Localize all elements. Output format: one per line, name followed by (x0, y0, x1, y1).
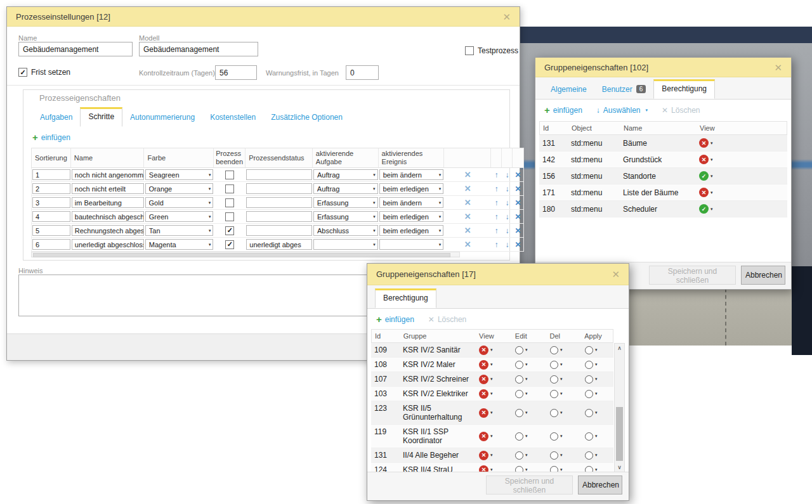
del-permission-dropdown[interactable]: ▾ (547, 359, 582, 370)
einfuegen-button[interactable]: +einfügen (376, 314, 414, 324)
del-permission-dropdown[interactable]: ▾ (547, 374, 582, 385)
tab-schritte[interactable]: Schritte (80, 107, 122, 127)
view-permission-dropdown[interactable]: ✕▾ (696, 186, 785, 198)
view-permission-dropdown[interactable]: ✕▾ (476, 373, 512, 385)
aufgabe-dropdown[interactable]: ▾ (313, 239, 378, 250)
delete-row-icon[interactable]: ✕ (514, 198, 521, 207)
header-del[interactable]: Del (547, 330, 582, 342)
tab-kostenstellen[interactable]: Kostenstellen (202, 108, 263, 127)
scrollbar-thumb[interactable] (616, 407, 623, 461)
name-cell[interactable]: bautechnisch abgeschlo (72, 211, 144, 222)
farbe-dropdown[interactable]: Green▾ (145, 211, 214, 222)
farbe-dropdown[interactable]: Seagreen▾ (145, 169, 214, 180)
ereignis-dropdown[interactable]: beim erledigen▾ (379, 225, 444, 236)
apply-permission-dropdown[interactable]: ▾ (582, 389, 613, 399)
prozessendstatus-cell[interactable] (246, 225, 312, 236)
header-sortierung[interactable]: Sortierung (32, 148, 71, 167)
edit-permission-dropdown[interactable]: ▾ (512, 431, 547, 442)
apply-permission-dropdown[interactable]: ▾ (582, 450, 613, 461)
cancel-button[interactable]: Abbrechen (578, 475, 622, 494)
clear-row-icon[interactable]: ✕ (464, 226, 471, 235)
header-view[interactable]: View (476, 330, 512, 342)
testprozess-checkbox[interactable] (465, 46, 474, 55)
ereignis-dropdown[interactable]: beim erledigen▾ (379, 211, 444, 222)
prozess-beenden-checkbox[interactable]: ✓ (225, 240, 234, 249)
clear-row-icon[interactable]: ✕ (464, 170, 471, 179)
header-edit[interactable]: Edit (512, 330, 547, 342)
ereignis-dropdown[interactable]: beim ändern▾ (379, 197, 444, 208)
delete-row-icon[interactable]: ✕ (514, 226, 521, 235)
farbe-dropdown[interactable]: Orange▾ (145, 183, 214, 194)
tab-aufgaben[interactable]: Aufgaben (32, 108, 80, 127)
table-row[interactable]: 119 KSR II/1 SSP Koordinator ✕▾ ▾ ▾ ▾ (371, 425, 613, 448)
window-titlebar[interactable]: Prozesseinstellungen [12] ✕ (7, 7, 520, 27)
sortierung-cell[interactable]: 3 (32, 197, 70, 208)
move-up-icon[interactable]: ↑ (495, 198, 499, 207)
header-name[interactable]: Name (71, 148, 145, 167)
aufgabe-dropdown[interactable]: Auftrag▾ (313, 169, 378, 180)
frist-checkbox-row[interactable]: ✓ Frist setzen (18, 68, 70, 77)
edit-permission-dropdown[interactable]: ▾ (512, 450, 547, 461)
clear-row-icon[interactable]: ✕ (464, 198, 471, 207)
horizontal-scrollbar[interactable] (31, 252, 460, 257)
save-and-close-button[interactable]: Speichern und schließen (649, 266, 736, 285)
table-row[interactable]: 123 KSR II/5 Grünunterhaltung ✕▾ ▾ ▾ ▾ (371, 401, 613, 425)
edit-permission-dropdown[interactable]: ▾ (512, 408, 547, 418)
view-permission-dropdown[interactable]: ✕▾ (476, 407, 512, 419)
move-up-icon[interactable]: ↑ (495, 184, 499, 193)
prozess-beenden-checkbox[interactable] (225, 212, 234, 221)
vertical-scrollbar[interactable]: ∧ ∨ (614, 343, 625, 472)
edit-permission-dropdown[interactable]: ▾ (512, 374, 547, 385)
name-cell[interactable]: Rechnungstech abgesch (72, 225, 144, 236)
delete-row-icon[interactable]: ✕ (514, 212, 521, 221)
ereignis-dropdown[interactable]: beim erledigen▾ (379, 183, 444, 194)
sortierung-cell[interactable]: 6 (32, 239, 70, 250)
name-cell[interactable]: unerledigt abgeschlosse (72, 239, 144, 250)
table-row[interactable]: 131 II/4 Alle Begeher ✕▾ ▾ ▾ ▾ (371, 448, 613, 463)
clear-row-icon[interactable]: ✕ (464, 212, 471, 221)
header-id[interactable]: Id (372, 330, 400, 342)
name-cell[interactable]: noch nicht erteilt (72, 183, 144, 194)
move-up-icon[interactable]: ↑ (495, 212, 499, 221)
table-row[interactable]: 180 std:menu Scheduler ✓▾ (539, 201, 787, 217)
view-permission-dropdown[interactable]: ✓▾ (696, 203, 785, 215)
header-aktivierendes-ereignis[interactable]: aktivierendes Ereignis (379, 148, 445, 167)
auswaehlen-dropdown-button[interactable]: ↓Auswählen▾ (596, 106, 648, 115)
table-row[interactable]: 171 std:menu Liste der Bäume ✕▾ (539, 184, 787, 201)
aufgabe-dropdown[interactable]: Abschluss▾ (313, 225, 378, 236)
name-cell[interactable]: noch nicht angenommer (72, 169, 144, 180)
clear-row-icon[interactable]: ✕ (464, 184, 471, 193)
delete-row-icon[interactable]: ✕ (514, 240, 521, 249)
edit-permission-dropdown[interactable]: ▾ (512, 389, 547, 399)
header-prozessendstatus[interactable]: Prozessendstatus (246, 148, 313, 167)
tab-berechtigung[interactable]: Berechtigung (375, 288, 436, 308)
edit-permission-dropdown[interactable]: ▾ (512, 345, 547, 356)
testprozess-checkbox-row[interactable]: Testprozess (465, 46, 518, 55)
window-titlebar[interactable]: Gruppeneigenschaften [102] ✕ (535, 58, 791, 77)
clear-row-icon[interactable]: ✕ (464, 240, 471, 249)
move-up-icon[interactable]: ↑ (495, 171, 499, 179)
aufgabe-dropdown[interactable]: Erfassung▾ (313, 197, 378, 208)
del-permission-dropdown[interactable]: ▾ (547, 389, 582, 399)
farbe-dropdown[interactable]: Magenta▾ (145, 239, 214, 250)
table-row[interactable]: 156 std:menu Standorte ✓▾ (539, 168, 787, 184)
sortierung-cell[interactable]: 1 (32, 169, 70, 180)
table-row[interactable]: 109 KSR IV/2 Sanitär ✕▾ ▾ ▾ ▾ (371, 343, 613, 358)
header-name[interactable]: Name (620, 122, 697, 134)
prozessendstatus-cell[interactable] (246, 211, 312, 222)
ereignis-dropdown[interactable]: ▾ (379, 239, 444, 250)
close-icon[interactable]: ✕ (612, 269, 620, 279)
view-permission-dropdown[interactable]: ✕▾ (476, 344, 512, 356)
delete-row-icon[interactable]: ✕ (514, 171, 521, 179)
del-permission-dropdown[interactable]: ▾ (547, 345, 582, 356)
aufgabe-dropdown[interactable]: Erfassung▾ (313, 211, 378, 222)
apply-permission-dropdown[interactable]: ▾ (582, 359, 613, 370)
prozessendstatus-cell[interactable] (246, 197, 312, 208)
move-up-icon[interactable]: ↑ (495, 240, 499, 249)
kontrollzeitraum-field[interactable] (215, 65, 257, 80)
table-row[interactable]: 103 KSR IV/2 Elektriker ✕▾ ▾ ▾ ▾ (371, 387, 613, 401)
apply-permission-dropdown[interactable]: ▾ (582, 431, 613, 442)
scroll-down-icon[interactable]: ∨ (617, 464, 622, 470)
sortierung-cell[interactable]: 2 (32, 183, 70, 194)
apply-permission-dropdown[interactable]: ▾ (582, 345, 613, 356)
